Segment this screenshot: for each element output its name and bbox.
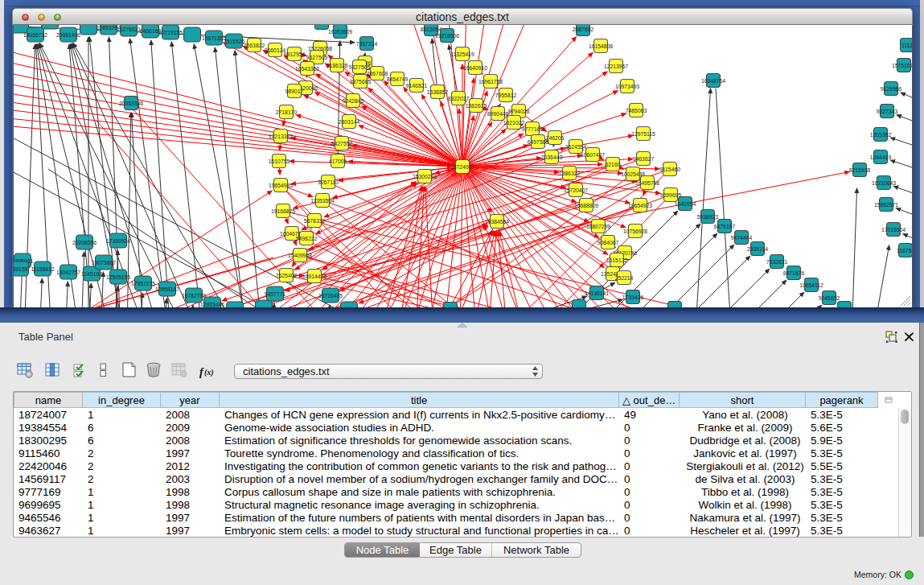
svg-text:2803144: 2803144	[339, 119, 360, 125]
svg-text:8186328: 8186328	[326, 63, 348, 68]
svg-text:16053809: 16053809	[328, 29, 352, 35]
svg-text:8322037: 8322037	[448, 96, 470, 101]
svg-text:12213967: 12213967	[604, 64, 628, 69]
svg-text:9699695: 9699695	[660, 192, 682, 198]
svg-text:9463627: 9463627	[633, 156, 655, 162]
svg-text:19384554: 19384554	[485, 219, 509, 225]
svg-text:15300293: 15300293	[413, 174, 437, 179]
svg-text:8813054: 8813054	[421, 27, 442, 32]
svg-text:16648764: 16648764	[701, 78, 725, 84]
svg-text:9327505: 9327505	[306, 55, 328, 60]
svg-text:116753: 116753	[897, 248, 912, 253]
svg-text:18724007: 18724007	[450, 164, 474, 170]
svg-text:16154808: 16154808	[589, 43, 613, 49]
svg-text:20053346: 20053346	[119, 101, 143, 106]
svg-text:1610755: 1610755	[269, 159, 290, 164]
svg-text:62160: 62160	[606, 162, 621, 167]
svg-text:15720407: 15720407	[564, 187, 588, 193]
svg-text:16495798: 16495798	[635, 180, 659, 186]
svg-text:1145193: 1145193	[81, 271, 102, 277]
svg-text:11156812: 11156812	[31, 266, 54, 272]
svg-text:12213382: 12213382	[269, 134, 293, 139]
svg-text:17359924: 17359924	[106, 238, 130, 244]
svg-text:10671355: 10671355	[202, 35, 226, 41]
svg-text:10719155: 10719155	[158, 30, 183, 35]
svg-text:15751074: 15751074	[892, 63, 912, 68]
svg-text:17016504: 17016504	[881, 227, 906, 233]
svg-text:19218506: 19218506	[435, 33, 459, 39]
svg-text:2687662: 2687662	[573, 27, 594, 32]
svg-text:20691406: 20691406	[56, 32, 80, 38]
svg-text:1112: 1112	[901, 43, 912, 48]
svg-text:3875685: 3875685	[350, 79, 372, 84]
svg-text:10958187: 10958187	[155, 286, 179, 292]
svg-text:9457771: 9457771	[265, 291, 286, 297]
svg-text:39159: 39159	[14, 266, 28, 272]
svg-text:15276021: 15276021	[117, 27, 141, 32]
svg-text:9327505: 9327505	[349, 64, 371, 70]
svg-text:9777169: 9777169	[522, 126, 544, 132]
svg-text:9227343: 9227343	[877, 109, 898, 114]
svg-text:8215938: 8215938	[849, 167, 871, 173]
svg-text:6497568: 6497568	[528, 139, 549, 145]
svg-text:10973493: 10973493	[615, 84, 639, 89]
svg-text:7625402: 7625402	[276, 273, 298, 278]
svg-text:2036443: 2036443	[541, 154, 563, 160]
svg-text:16210643: 16210643	[872, 180, 896, 186]
svg-text:10688809: 10688809	[574, 203, 598, 208]
svg-text:17957275: 17957275	[131, 281, 155, 286]
svg-text:9794028: 9794028	[508, 109, 530, 114]
svg-text:15716485: 15716485	[318, 293, 343, 299]
svg-text:8660124: 8660124	[265, 47, 286, 53]
svg-text:12923446: 12923446	[200, 302, 224, 307]
svg-text:1362615: 1362615	[466, 103, 487, 109]
svg-text:19075867: 19075867	[92, 260, 116, 266]
svg-text:14055712: 14055712	[23, 32, 47, 38]
svg-text:7357224: 7357224	[356, 41, 378, 47]
svg-text:18807299: 18807299	[586, 224, 610, 229]
svg-text:19654985: 19654985	[269, 183, 293, 188]
svg-text:417006: 417006	[329, 159, 347, 164]
svg-text:19166825: 19166825	[271, 208, 295, 214]
svg-text:16961758: 16961758	[478, 79, 503, 84]
svg-text:13042757: 13042757	[56, 270, 80, 275]
svg-text:16543362: 16543362	[295, 66, 319, 72]
svg-text:5878332: 5878332	[304, 218, 326, 224]
svg-text:16914479: 16914479	[302, 274, 326, 279]
svg-text:10654112: 10654112	[799, 282, 823, 288]
svg-text:5938923: 5938923	[697, 214, 719, 220]
svg-text:12975115: 12975115	[631, 131, 655, 137]
svg-text:16640910: 16640910	[463, 65, 487, 71]
svg-text:1244419: 1244419	[870, 154, 892, 160]
svg-text:15409948: 15409948	[288, 253, 312, 258]
svg-text:8427552: 8427552	[331, 141, 353, 146]
svg-text:1733426: 1733426	[622, 295, 644, 300]
svg-text:5498222: 5498222	[296, 236, 318, 241]
svg-text:(x): (x)	[204, 368, 214, 377]
svg-text:16782759: 16782759	[182, 293, 206, 299]
svg-text:3267110: 3267110	[318, 179, 339, 185]
svg-text:12505195: 12505195	[106, 274, 130, 280]
svg-text:2718170: 2718170	[276, 109, 298, 115]
svg-text:252214: 252214	[615, 275, 634, 281]
svg-text:7663822: 7663822	[244, 43, 265, 48]
svg-text:2867608: 2867608	[367, 71, 388, 76]
svg-text:7485063: 7485063	[626, 108, 647, 113]
svg-text:8454749: 8454749	[387, 76, 409, 82]
svg-text:15692971: 15692971	[874, 202, 898, 208]
svg-text:7515526: 7515526	[224, 39, 245, 44]
svg-text:7955812: 7955812	[495, 93, 517, 98]
svg-text:9084067: 9084067	[598, 240, 619, 245]
svg-text:3624554: 3624554	[565, 144, 587, 150]
svg-text:1615132: 1615132	[606, 257, 628, 263]
svg-text:7632621: 7632621	[766, 259, 788, 265]
svg-text:9245652: 9245652	[819, 295, 840, 301]
svg-text:9146821: 9146821	[406, 83, 428, 89]
svg-text:19654923: 19654923	[628, 203, 652, 208]
svg-text:9912954: 9912954	[284, 51, 306, 57]
svg-text:989017: 989017	[285, 89, 304, 94]
svg-text:8471676: 8471676	[783, 270, 805, 276]
svg-text:10756928: 10756928	[623, 229, 647, 234]
svg-text:8990448: 8990448	[487, 111, 509, 117]
svg-text:1209382: 1209382	[870, 132, 892, 138]
